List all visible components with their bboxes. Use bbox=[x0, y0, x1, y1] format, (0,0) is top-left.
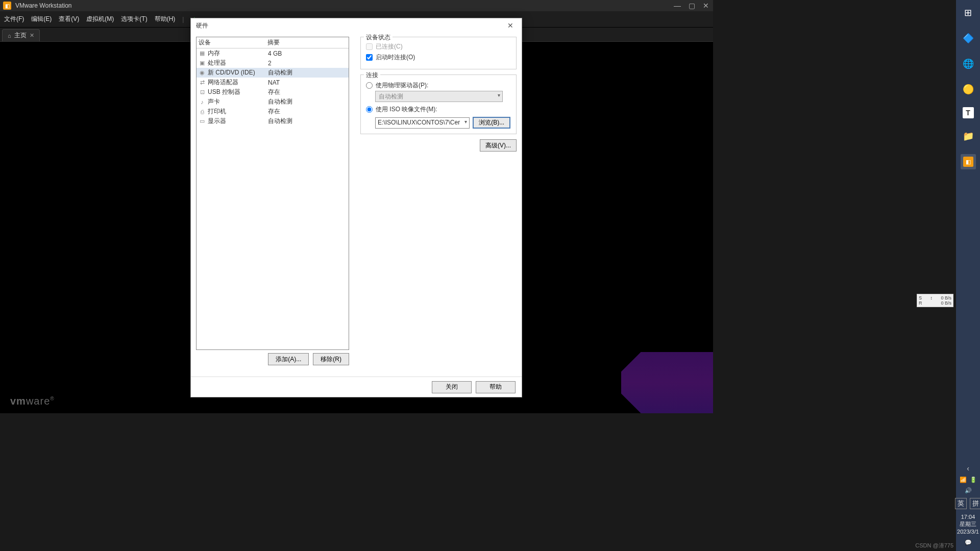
volume-icon[interactable]: 🔊 bbox=[965, 487, 972, 494]
vmware-app-icon: ◧ bbox=[3, 2, 11, 10]
device-summary: 4 GB bbox=[268, 50, 347, 57]
device-icon: ▭ bbox=[199, 118, 206, 125]
wifi-icon[interactable]: 📶 bbox=[960, 477, 967, 483]
device-row[interactable]: ⎙打印机存在 bbox=[197, 107, 349, 116]
device-summary: 自动检测 bbox=[268, 97, 347, 106]
device-summary: 2 bbox=[268, 60, 347, 67]
titlebar: ◧ VMware Workstation — ▢ ✕ bbox=[0, 0, 713, 11]
add-device-button[interactable]: 添加(A)... bbox=[268, 353, 309, 365]
device-icon: ⊡ bbox=[199, 89, 206, 96]
connect-on-start-checkbox[interactable] bbox=[366, 54, 373, 61]
device-name: 网络适配器 bbox=[208, 78, 268, 87]
netspeed-r-value: 0 B/s bbox=[941, 300, 951, 306]
use-iso-label: 使用 ISO 映像文件(M): bbox=[376, 105, 437, 114]
device-summary: 存在 bbox=[268, 88, 347, 96]
connected-label: 已连接(C) bbox=[376, 42, 403, 51]
connection-group: 连接 使用物理驱动器(P): 自动检测 使用 ISO 映像文件(M): E:\I… bbox=[360, 74, 517, 134]
device-name: 显示器 bbox=[208, 117, 268, 126]
device-name: 新 CD/DVD (IDE) bbox=[208, 68, 268, 77]
notifications-icon[interactable]: 💬 bbox=[965, 539, 972, 546]
remove-device-button[interactable]: 移除(R) bbox=[313, 353, 349, 365]
tab-close-icon[interactable]: ✕ bbox=[30, 32, 34, 39]
clock-date: 2023/3/1 bbox=[957, 528, 979, 535]
device-icon: ▣ bbox=[199, 60, 206, 67]
dialog-footer: 关闭 帮助 bbox=[191, 377, 522, 397]
netspeed-s-value: 0 B/s bbox=[941, 295, 951, 300]
device-row[interactable]: ▭显示器自动检测 bbox=[197, 116, 349, 126]
clock-weekday: 星期三 bbox=[957, 520, 979, 528]
decorative-corner bbox=[621, 352, 713, 413]
use-iso-radio[interactable] bbox=[366, 106, 373, 113]
device-icon: ▦ bbox=[199, 50, 206, 57]
windows-taskbar: ⊞ 🔷 🌐 🟡 T 📁 ◧ ‹ 📶 🔋 🔊 英 拼 17:04 星期三 2023… bbox=[956, 0, 980, 551]
dialog-title: 硬件 bbox=[196, 21, 208, 30]
vmware-logo: vmware® bbox=[10, 395, 55, 407]
menu-edit[interactable]: 编辑(E) bbox=[31, 15, 52, 23]
device-row[interactable]: ▣处理器2 bbox=[197, 58, 349, 68]
browse-button[interactable]: 浏览(B)... bbox=[473, 117, 510, 129]
dialog-close-button[interactable]: 关闭 bbox=[432, 381, 472, 393]
task-icon-1[interactable]: 🔷 bbox=[961, 31, 976, 46]
device-row[interactable]: ♪声卡自动检测 bbox=[197, 97, 349, 107]
netspeed-arrow: ↕ bbox=[930, 295, 933, 300]
vmware-taskbar-icon[interactable]: ◧ bbox=[961, 154, 976, 169]
watermark: CSDN @潜775 bbox=[915, 542, 953, 549]
taskbar-clock[interactable]: 17:04 星期三 2023/3/1 bbox=[957, 513, 979, 535]
connection-group-title: 连接 bbox=[364, 71, 380, 80]
use-physical-radio[interactable] bbox=[366, 82, 373, 89]
dialog-help-button[interactable]: 帮助 bbox=[476, 381, 516, 393]
physical-drive-select: 自动检测 bbox=[375, 91, 503, 102]
tab-home-label: 主页 bbox=[14, 31, 27, 40]
device-settings-panel: 设备状态 已连接(C) 启动时连接(O) 连接 使用物理驱动器(P): 自动检测 bbox=[360, 37, 517, 372]
netspeed-r-label: R bbox=[919, 300, 922, 306]
device-row[interactable]: ◉新 CD/DVD (IDE)自动检测 bbox=[197, 68, 349, 78]
app-title: VMware Workstation bbox=[15, 2, 71, 9]
close-button[interactable]: ✕ bbox=[702, 2, 710, 10]
tab-home[interactable]: ⌂ 主页 ✕ bbox=[2, 29, 40, 41]
ime-mode[interactable]: 拼 bbox=[970, 498, 981, 509]
status-group-title: 设备状态 bbox=[364, 33, 393, 42]
device-summary: NAT bbox=[268, 79, 347, 86]
battery-icon[interactable]: 🔋 bbox=[970, 477, 977, 483]
task-icon-orange[interactable]: 🟡 bbox=[961, 82, 976, 97]
use-physical-label: 使用物理驱动器(P): bbox=[376, 81, 428, 90]
home-icon: ⌂ bbox=[8, 33, 11, 39]
device-summary: 自动检测 bbox=[268, 68, 347, 77]
menu-file[interactable]: 文件(F) bbox=[4, 15, 24, 23]
chrome-icon[interactable]: 🌐 bbox=[961, 56, 976, 71]
start-icon[interactable]: ⊞ bbox=[961, 5, 976, 20]
device-name: 处理器 bbox=[208, 59, 268, 67]
device-row[interactable]: ⊡USB 控制器存在 bbox=[197, 87, 349, 97]
hardware-dialog: 硬件 ✕ 设备 摘要 ▦内存4 GB▣处理器2◉新 CD/DVD (IDE)自动… bbox=[190, 18, 522, 397]
menu-help[interactable]: 帮助(H) bbox=[155, 15, 176, 23]
systray-chevron-icon[interactable]: ‹ bbox=[967, 464, 969, 472]
menu-tabs[interactable]: 选项卡(T) bbox=[121, 15, 147, 23]
device-icon: ⇄ bbox=[199, 79, 206, 86]
device-icon: ◉ bbox=[199, 69, 206, 77]
devices-col-device: 设备 bbox=[199, 38, 267, 47]
dialog-header: 硬件 ✕ bbox=[191, 18, 522, 33]
maximize-button[interactable]: ▢ bbox=[688, 2, 696, 10]
menu-view[interactable]: 查看(V) bbox=[59, 15, 79, 23]
dialog-close-icon[interactable]: ✕ bbox=[504, 20, 517, 31]
device-name: 打印机 bbox=[208, 107, 268, 116]
device-name: 内存 bbox=[208, 49, 268, 58]
menu-vm[interactable]: 虚拟机(M) bbox=[86, 15, 114, 23]
explorer-icon[interactable]: 📁 bbox=[961, 129, 976, 144]
device-icon: ⎙ bbox=[199, 108, 206, 115]
ime-lang[interactable]: 英 bbox=[955, 498, 967, 509]
device-row[interactable]: ▦内存4 GB bbox=[197, 48, 349, 58]
device-summary: 自动检测 bbox=[268, 117, 347, 126]
device-summary: 存在 bbox=[268, 107, 347, 116]
advanced-button[interactable]: 高级(V)... bbox=[480, 139, 517, 152]
device-row[interactable]: ⇄网络适配器NAT bbox=[197, 78, 349, 87]
connected-checkbox bbox=[366, 43, 373, 50]
text-icon[interactable]: T bbox=[963, 107, 974, 118]
devices-col-summary: 摘要 bbox=[267, 38, 347, 47]
device-name: USB 控制器 bbox=[208, 88, 268, 96]
device-status-group: 设备状态 已连接(C) 启动时连接(O) bbox=[360, 37, 517, 69]
iso-path-combo[interactable]: E:\ISO\LINUX\CONTOS\7\Cer bbox=[375, 117, 470, 129]
netspeed-widget: S↕0 B/s R0 B/s bbox=[917, 294, 953, 307]
minimize-button[interactable]: — bbox=[673, 2, 681, 10]
devices-list[interactable]: ▦内存4 GB▣处理器2◉新 CD/DVD (IDE)自动检测⇄网络适配器NAT… bbox=[197, 48, 349, 349]
